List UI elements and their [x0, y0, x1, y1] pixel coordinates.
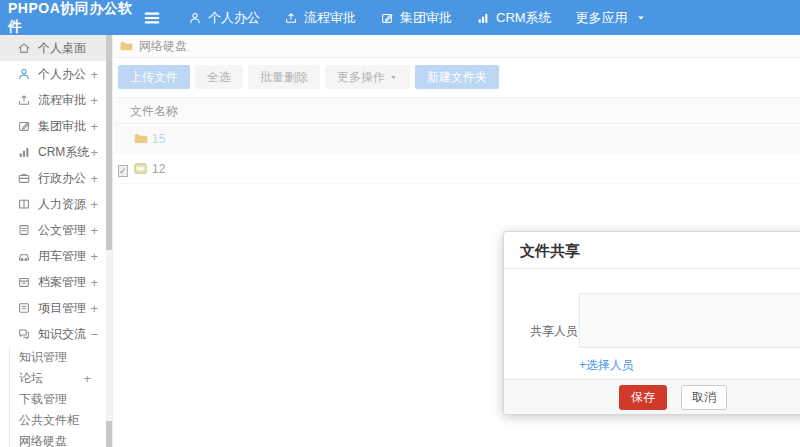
person-icon: [188, 11, 202, 25]
sidebar-item-label: 集团审批: [38, 118, 86, 135]
sidebar-item[interactable]: 知识交流 −: [0, 321, 112, 347]
toolbar-button[interactable]: 新建文件夹: [415, 65, 499, 89]
folder-icon: [133, 131, 148, 146]
toolbar-button-label: 新建文件夹: [427, 69, 487, 86]
share-members-input[interactable]: [579, 293, 800, 348]
scrollbar-thumb[interactable]: [106, 35, 112, 250]
book-icon: [17, 197, 31, 211]
sidebar-item-label: 项目管理: [38, 300, 86, 317]
sidebar-item[interactable]: 流程审批 +: [0, 87, 112, 113]
sidebar-item[interactable]: 项目管理 +: [0, 295, 112, 321]
file-share-modal: 文件共享 共享人员 +选择人员 保存 取消: [503, 231, 800, 415]
toolbar-button-label: 更多操作: [337, 69, 385, 86]
expand-toggle[interactable]: +: [90, 197, 98, 212]
car-icon: [17, 249, 31, 263]
sidebar-subitem-label: 论坛: [19, 370, 43, 387]
top-navbar: PHPOA协同办公软件 个人办公 流程审批 集团审批 CRM系统 更多应用: [0, 0, 800, 35]
sidebar-subitem[interactable]: 下载管理: [10, 389, 112, 410]
sidebar-item[interactable]: 个人办公 +: [0, 61, 112, 87]
sidebar-item-label: 个人办公: [38, 66, 86, 83]
top-nav-item[interactable]: CRM系统: [476, 9, 552, 27]
expand-toggle[interactable]: +: [90, 223, 98, 238]
sidebar-item-label: 行政办公: [38, 170, 86, 187]
sidebar-subitem[interactable]: 网络硬盘: [10, 431, 112, 447]
sidebar-subitem-label: 网络硬盘: [19, 433, 67, 447]
hamburger-menu-icon[interactable]: [142, 8, 162, 28]
sidebar-item-label: 流程审批: [38, 92, 86, 109]
chart-icon: [17, 145, 31, 159]
top-nav-item[interactable]: 更多应用: [576, 9, 646, 27]
home-icon: [17, 41, 31, 55]
scrollbar-thumb-bottom[interactable]: [106, 421, 112, 447]
expand-toggle[interactable]: +: [90, 67, 98, 82]
modal-title: 文件共享: [504, 232, 800, 269]
chart-icon: [476, 11, 490, 25]
edit-icon: [380, 11, 394, 25]
select-members-link[interactable]: +选择人员: [579, 357, 634, 374]
expand-toggle[interactable]: +: [90, 119, 98, 134]
file-table: 文件名称 ✓ 15 ✓ 12: [114, 97, 800, 184]
save-button[interactable]: 保存: [619, 385, 667, 410]
sidebar-item[interactable]: 档案管理 +: [0, 269, 112, 295]
table-row[interactable]: ✓ 12: [114, 154, 800, 184]
modal-footer: 保存 取消: [504, 379, 800, 414]
expand-toggle[interactable]: −: [90, 327, 98, 342]
person-icon: [17, 67, 31, 81]
expand-toggle[interactable]: +: [83, 371, 91, 386]
top-nav-item[interactable]: 流程审批: [284, 9, 356, 27]
app-logo: PHPOA协同办公软件: [0, 0, 142, 36]
sidebar-item[interactable]: 个人桌面: [0, 35, 112, 61]
cancel-button[interactable]: 取消: [681, 385, 727, 410]
edit-icon: [17, 119, 31, 133]
briefcase-icon: [17, 171, 31, 185]
sidebar-item[interactable]: 人力资源 +: [0, 191, 112, 217]
sidebar-item[interactable]: 行政办公 +: [0, 165, 112, 191]
expand-toggle[interactable]: +: [90, 275, 98, 290]
sidebar-subitem-label: 公共文件柜: [19, 412, 79, 429]
expand-toggle[interactable]: +: [90, 171, 98, 186]
table-row[interactable]: ✓ 15: [114, 124, 800, 154]
toolbar-button-label: 上传文件: [130, 69, 178, 86]
sidebar-main-items: 个人桌面 个人办公 + 流程审批 + 集团审批 + CRM系统 + 行政办公: [0, 35, 112, 347]
sidebar-item-label: CRM系统: [38, 144, 89, 161]
sidebar: 个人桌面 个人办公 + 流程审批 + 集团审批 + CRM系统 + 行政办公: [0, 35, 113, 447]
flow-icon: [17, 93, 31, 107]
sidebar-scrollbar[interactable]: [106, 35, 112, 447]
share-members-label: 共享人员: [530, 323, 579, 348]
expand-toggle[interactable]: +: [90, 93, 98, 108]
toolbar-button-label: 全选: [207, 69, 231, 86]
breadcrumb-label: 网络硬盘: [139, 38, 187, 55]
file-name: 12: [152, 162, 165, 176]
modal-body: 共享人员: [504, 269, 800, 348]
toolbar-button[interactable]: 上传文件: [118, 65, 190, 89]
sidebar-item[interactable]: 用车管理 +: [0, 243, 112, 269]
folder-icon: [119, 39, 133, 53]
doc-icon: [17, 223, 31, 237]
row-checkbox[interactable]: ✓: [118, 165, 128, 177]
chat-icon: [17, 327, 31, 341]
table-header-filename: 文件名称: [114, 98, 800, 124]
sidebar-item[interactable]: 集团审批 +: [0, 113, 112, 139]
sidebar-submenu-knowledge: 知识管理 论坛 + 下载管理 公共文件柜 网络硬盘: [9, 347, 112, 447]
top-nav-item-label: CRM系统: [496, 9, 552, 27]
expand-toggle[interactable]: +: [90, 301, 98, 316]
sidebar-subitem[interactable]: 论坛 +: [10, 368, 112, 389]
top-nav-item-label: 集团审批: [400, 9, 452, 27]
sidebar-item[interactable]: 公文管理 +: [0, 217, 112, 243]
breadcrumb: 网络硬盘: [114, 35, 800, 58]
toolbar-button[interactable]: 批量删除: [248, 65, 320, 89]
top-nav-item[interactable]: 个人办公: [188, 9, 260, 27]
sidebar-item-label: 公文管理: [38, 222, 86, 239]
flow-icon: [284, 11, 298, 25]
toolbar-button[interactable]: 更多操作: [325, 65, 410, 89]
expand-toggle[interactable]: +: [90, 249, 98, 264]
toolbar-button[interactable]: 全选: [195, 65, 243, 89]
sidebar-subitem[interactable]: 公共文件柜: [10, 410, 112, 431]
top-nav-item[interactable]: 集团审批: [380, 9, 452, 27]
sidebar-subitem[interactable]: 知识管理: [10, 347, 112, 368]
caret-down-icon: [636, 13, 646, 23]
expand-toggle[interactable]: +: [90, 145, 98, 160]
sidebar-item-label: 用车管理: [38, 248, 86, 265]
sidebar-item[interactable]: CRM系统 +: [0, 139, 112, 165]
project-icon: [17, 301, 31, 315]
